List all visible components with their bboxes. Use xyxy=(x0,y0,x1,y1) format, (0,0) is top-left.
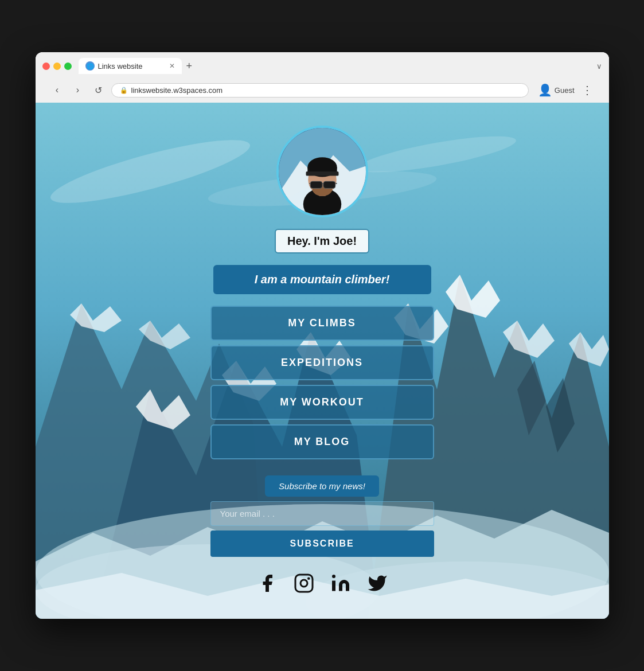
refresh-button[interactable]: ↺ xyxy=(91,82,107,98)
maximize-button[interactable] xyxy=(64,63,72,70)
my-blog-button[interactable]: MY BLOG xyxy=(210,424,434,459)
active-tab[interactable]: 🌐 Links website ✕ xyxy=(79,58,182,74)
new-tab-button[interactable]: + xyxy=(182,60,197,72)
browser-titlebar: 🌐 Links website ✕ + ∨ xyxy=(42,58,602,74)
close-button[interactable] xyxy=(42,63,50,70)
address-bar[interactable]: 🔒 linkswebsite.w3spaces.com xyxy=(111,83,529,97)
more-options-button[interactable]: ⋮ xyxy=(579,82,595,98)
avatar-container xyxy=(276,126,368,217)
social-bar xyxy=(257,573,388,594)
browser-menu: 👤 Guest ⋮ xyxy=(538,82,595,98)
svg-rect-34 xyxy=(323,181,335,188)
my-workout-button[interactable]: MY WORKOUT xyxy=(210,385,434,420)
svg-rect-41 xyxy=(332,581,335,591)
svg-rect-32 xyxy=(306,171,338,176)
content-overlay: Hey. I'm Joe! I am a mountain climber! M… xyxy=(36,103,609,617)
account-icon: 👤 xyxy=(538,83,552,97)
website-content: Hey. I'm Joe! I am a mountain climber! M… xyxy=(36,103,609,619)
browser-chrome: 🌐 Links website ✕ + ∨ ‹ › ↺ 🔒 linkswebsi… xyxy=(36,52,609,103)
twitter-icon[interactable] xyxy=(367,573,388,594)
svg-point-40 xyxy=(307,578,310,580)
description-button[interactable]: I am a mountain climber! xyxy=(213,265,431,294)
window-dropdown-icon: ∨ xyxy=(596,62,602,71)
browser-window: 🌐 Links website ✕ + ∨ ‹ › ↺ 🔒 linkswebsi… xyxy=(36,52,609,619)
avatar-image xyxy=(279,128,366,215)
tab-bar: 🌐 Links website ✕ + xyxy=(79,58,596,74)
subscribe-cta-button[interactable]: Subscribe to my news! xyxy=(265,475,379,497)
url-text: linkswebsite.w3spaces.com xyxy=(131,86,223,95)
tab-favicon: 🌐 xyxy=(85,61,95,71)
user-account-button[interactable]: 👤 Guest xyxy=(538,83,575,97)
forward-button[interactable]: › xyxy=(70,82,86,98)
svg-point-39 xyxy=(300,580,307,587)
my-climbs-button[interactable]: MY CLIMBS xyxy=(210,306,434,341)
svg-point-42 xyxy=(332,575,335,578)
minimize-button[interactable] xyxy=(53,63,61,70)
name-badge: Hey. I'm Joe! xyxy=(275,229,369,253)
browser-nav: ‹ › ↺ 🔒 linkswebsite.w3spaces.com 👤 Gues… xyxy=(42,79,602,103)
email-input[interactable] xyxy=(210,501,434,526)
tab-label: Links website xyxy=(98,62,143,71)
traffic-lights xyxy=(42,63,72,70)
facebook-icon[interactable] xyxy=(257,573,278,594)
lock-icon: 🔒 xyxy=(120,87,128,94)
svg-rect-33 xyxy=(310,181,322,188)
instagram-icon[interactable] xyxy=(294,573,314,594)
svg-rect-38 xyxy=(295,575,313,592)
expeditions-button[interactable]: EXPEDITIONS xyxy=(210,345,434,380)
back-button[interactable]: ‹ xyxy=(49,82,65,98)
user-label: Guest xyxy=(555,86,575,95)
subscribe-action-button[interactable]: SUBSCRIBE xyxy=(210,530,434,557)
linkedin-icon[interactable] xyxy=(330,573,351,594)
tab-close-button[interactable]: ✕ xyxy=(169,62,175,70)
subscribe-section: Subscribe to my news! SUBSCRIBE xyxy=(210,475,434,557)
